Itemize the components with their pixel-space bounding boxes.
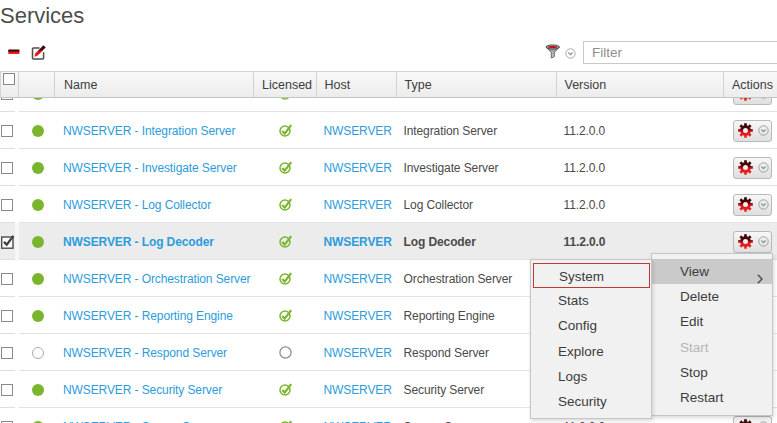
service-name-link[interactable]: NWSERVER - Security Server xyxy=(54,371,253,408)
service-version-cell: 11.2.0.0 xyxy=(556,112,724,149)
table-row[interactable]: NWSERVER - Broker NWSERVER Broker 11.2.0… xyxy=(0,98,777,112)
service-type-text: Log Collector xyxy=(404,198,473,212)
submenu-item-config[interactable]: Config xyxy=(531,313,651,338)
remove-service-button[interactable] xyxy=(8,49,20,55)
service-name-link[interactable]: NWSERVER - Reporting Engine xyxy=(54,297,253,334)
menu-item-view[interactable]: View xyxy=(652,259,772,284)
service-version-text: 11.2.0.0 xyxy=(564,161,606,175)
service-host-link[interactable]: NWSERVER xyxy=(316,297,396,334)
service-type-text: Respond Server xyxy=(404,346,489,360)
service-status-icon xyxy=(32,384,44,396)
menu-item-delete[interactable]: Delete xyxy=(652,284,772,309)
service-host-text: NWSERVER xyxy=(324,124,392,138)
header-licensed[interactable]: Licensed xyxy=(254,72,317,97)
submenu-item-logs[interactable]: Logs xyxy=(531,364,651,389)
service-type-text: Integration Server xyxy=(404,124,498,138)
service-host-link[interactable]: NWSERVER xyxy=(316,408,396,423)
header-select-all xyxy=(1,72,19,97)
row-select-cell xyxy=(0,98,18,112)
service-licensed-cell xyxy=(253,297,316,334)
filter-funnel-button[interactable] xyxy=(545,44,561,60)
menu-item-edit[interactable]: Edit xyxy=(652,309,772,334)
service-name-link[interactable]: NWSERVER - Investigate Server xyxy=(54,149,253,186)
service-licensed-cell xyxy=(253,260,316,297)
service-host-text: NWSERVER xyxy=(324,235,392,249)
service-status-cell xyxy=(18,98,55,112)
row-checkbox[interactable] xyxy=(1,347,13,359)
row-actions-button[interactable] xyxy=(733,194,772,216)
service-version-cell: 11.2.0.0 xyxy=(556,149,724,186)
submenu-item-explore[interactable]: Explore xyxy=(531,339,651,364)
checked-checkbox-icon xyxy=(1,235,16,249)
service-host-link[interactable]: NWSERVER xyxy=(316,334,396,371)
row-checkbox[interactable] xyxy=(1,125,13,137)
service-host-link[interactable]: NWSERVER xyxy=(316,223,396,260)
row-checkbox[interactable] xyxy=(1,384,13,396)
submenu-item-security[interactable]: Security xyxy=(531,389,651,414)
chevron-down-circle-icon xyxy=(758,199,769,210)
service-name-link[interactable]: NWSERVER - Source Server xyxy=(54,408,253,423)
service-type-cell: Log Collector xyxy=(396,186,556,223)
submenu-item-system[interactable]: System xyxy=(533,263,650,288)
service-name-text: NWSERVER - Orchestration Server xyxy=(63,272,250,286)
row-checkbox[interactable] xyxy=(1,273,13,285)
service-name-link[interactable]: NWSERVER - Orchestration Server xyxy=(54,260,253,297)
edit-service-button[interactable] xyxy=(30,45,47,61)
service-host-link[interactable]: NWSERVER xyxy=(316,186,396,223)
service-host-text: NWSERVER xyxy=(324,272,392,286)
service-type-text: Reporting Engine xyxy=(404,309,495,323)
service-name-link[interactable]: NWSERVER - Broker xyxy=(54,98,253,112)
filter-input[interactable] xyxy=(583,41,777,64)
licensed-check-icon xyxy=(276,309,293,322)
service-status-cell xyxy=(18,223,55,260)
header-type[interactable]: Type xyxy=(397,72,557,97)
service-type-text: Orchestration Server xyxy=(404,272,513,286)
header-host[interactable]: Host xyxy=(317,72,397,97)
filter-menu-button[interactable] xyxy=(565,48,576,59)
menu-item-restart[interactable]: Restart xyxy=(652,385,772,410)
service-type-cell: Integration Server xyxy=(396,112,556,149)
row-selection-gap xyxy=(15,223,19,260)
service-host-link[interactable]: NWSERVER xyxy=(316,260,396,297)
service-host-text: NWSERVER xyxy=(324,198,392,212)
submenu-item-stats[interactable]: Stats xyxy=(531,288,651,313)
service-name-link[interactable]: NWSERVER - Log Decoder xyxy=(54,223,253,260)
row-actions-button[interactable] xyxy=(733,231,772,253)
row-checkbox[interactable] xyxy=(1,162,13,174)
service-type-text: Security Server xyxy=(404,383,485,397)
menu-item-view-label: View xyxy=(680,264,709,279)
edit-icon xyxy=(30,45,47,61)
service-host-link[interactable]: NWSERVER xyxy=(316,149,396,186)
row-checkbox[interactable] xyxy=(1,98,13,100)
header-status[interactable] xyxy=(19,72,56,97)
column-label-host: Host xyxy=(325,78,351,92)
header-name[interactable]: Name xyxy=(55,72,254,97)
service-host-link[interactable]: NWSERVER xyxy=(316,371,396,408)
row-checkbox-checked[interactable] xyxy=(0,235,16,249)
table-row[interactable]: NWSERVER - Investigate Server NWSERVER I… xyxy=(0,149,777,186)
licensed-check-icon xyxy=(276,161,293,174)
select-all-checkbox[interactable] xyxy=(3,73,15,85)
row-actions-button[interactable] xyxy=(733,157,772,179)
service-name-link[interactable]: NWSERVER - Integration Server xyxy=(54,112,253,149)
header-version[interactable]: Version xyxy=(557,72,725,97)
table-row[interactable]: NWSERVER - Log Collector NWSERVER Log Co… xyxy=(0,186,777,223)
row-actions-button[interactable] xyxy=(733,120,772,142)
table-row[interactable]: NWSERVER - Integration Server NWSERVER I… xyxy=(0,112,777,149)
menu-item-start[interactable]: Start xyxy=(652,335,772,360)
menu-item-stop[interactable]: Stop xyxy=(652,360,772,385)
row-actions-button[interactable] xyxy=(733,98,772,105)
service-host-text: NWSERVER xyxy=(324,98,392,101)
service-name-link[interactable]: NWSERVER - Respond Server xyxy=(54,334,253,371)
row-checkbox[interactable] xyxy=(1,199,13,211)
row-actions-button[interactable] xyxy=(733,416,772,423)
gear-icon xyxy=(738,98,753,101)
service-name-link[interactable]: NWSERVER - Log Collector xyxy=(54,186,253,223)
service-status-cell xyxy=(18,334,55,371)
column-label-type: Type xyxy=(405,78,432,92)
service-version-text: 11.2.0.0 xyxy=(564,198,606,212)
row-checkbox[interactable] xyxy=(1,310,13,322)
service-host-link[interactable]: NWSERVER xyxy=(316,112,396,149)
service-name-text: NWSERVER - Log Decoder xyxy=(63,235,214,249)
service-host-link[interactable]: NWSERVER xyxy=(316,98,396,112)
